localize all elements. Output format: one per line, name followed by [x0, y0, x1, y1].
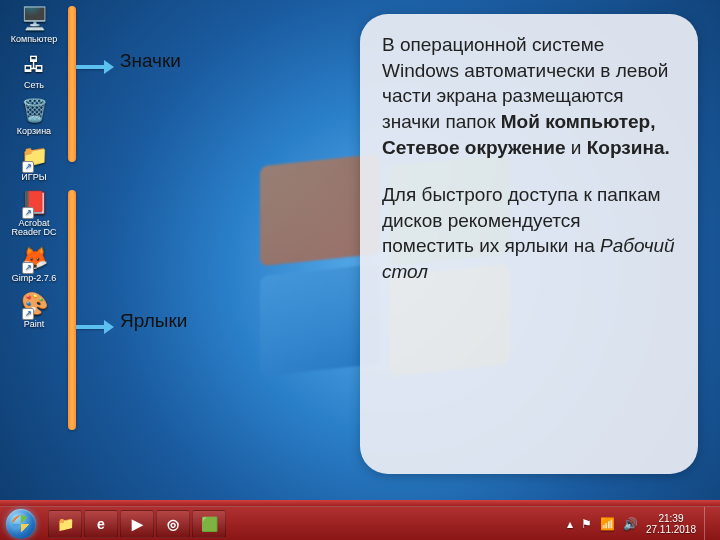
desktop-icon-acrobat[interactable]: 📕Acrobat Reader DC — [6, 188, 62, 237]
label-icons: Значки — [120, 50, 181, 72]
gimp-icon: 🦊 — [17, 243, 51, 273]
desktop-icon-recycle[interactable]: 🗑️Корзина — [6, 96, 62, 136]
app2-icon: 🟩 — [201, 516, 218, 532]
windows-orb-icon — [6, 509, 36, 539]
arrow-icons — [76, 60, 114, 74]
desktop-icon-label: Gimp-2.7.6 — [12, 274, 57, 283]
taskbar-item-ie[interactable]: e — [84, 510, 118, 538]
paint-icon: 🎨 — [17, 289, 51, 319]
taskbar-item-media[interactable]: ▶ — [120, 510, 154, 538]
computer-icon: 🖥️ — [17, 4, 51, 34]
recycle-icon: 🗑️ — [17, 96, 51, 126]
clock-date: 27.11.2018 — [646, 524, 696, 535]
taskbar-clock[interactable]: 21:39 27.11.2018 — [646, 513, 696, 535]
bracket-icons — [68, 6, 76, 162]
network-icon: 🖧 — [17, 50, 51, 80]
volume-icon[interactable]: 🔊 — [623, 517, 638, 531]
taskbar-pinned-group: 📁e▶◎🟩 — [48, 510, 226, 538]
desktop-icon-label: Сеть — [24, 81, 44, 90]
ie-icon: e — [97, 516, 105, 532]
desktop-icon-network[interactable]: 🖧Сеть — [6, 50, 62, 90]
desktop-icon-games[interactable]: 📁ИГРЫ — [6, 142, 62, 182]
clock-time: 21:39 — [646, 513, 696, 524]
desktop-icon-label: Компьютер — [11, 35, 58, 44]
desktop-icon-label: Acrobat Reader DC — [6, 219, 62, 237]
callout-p2: Для быстрого доступа к папкам дисков рек… — [382, 182, 676, 285]
label-shortcuts: Ярлыки — [120, 310, 187, 332]
callout-p1: В операционной системе Windows автоматич… — [382, 32, 676, 160]
desktop-icon-computer[interactable]: 🖥️Компьютер — [6, 4, 62, 44]
start-button[interactable] — [0, 507, 42, 541]
media-icon: ▶ — [132, 516, 143, 532]
tray-chevron-icon[interactable]: ▴ — [567, 517, 573, 531]
taskbar: 📁e▶◎🟩 ▴ ⚑ 📶 🔊 21:39 27.11.2018 — [0, 506, 720, 540]
acrobat-icon: 📕 — [17, 188, 51, 218]
desktop-icon-column: 🖥️Компьютер🖧Сеть🗑️Корзина📁ИГРЫ📕Acrobat R… — [6, 4, 62, 329]
system-tray: ▴ ⚑ 📶 🔊 21:39 27.11.2018 — [567, 507, 720, 541]
taskbar-item-app1[interactable]: ◎ — [156, 510, 190, 538]
show-desktop-button[interactable] — [704, 507, 714, 541]
desktop-icon-label: Paint — [24, 320, 45, 329]
explorer-icon: 📁 — [57, 516, 74, 532]
taskbar-item-app2[interactable]: 🟩 — [192, 510, 226, 538]
info-callout: В операционной системе Windows автоматич… — [360, 14, 698, 474]
arrow-shortcuts — [76, 320, 114, 334]
desktop-icon-label: ИГРЫ — [21, 173, 46, 182]
desktop-icon-gimp[interactable]: 🦊Gimp-2.7.6 — [6, 243, 62, 283]
bracket-shortcuts — [68, 190, 76, 430]
desktop-icon-label: Корзина — [17, 127, 51, 136]
app1-icon: ◎ — [167, 516, 179, 532]
desktop-icon-paint[interactable]: 🎨Paint — [6, 289, 62, 329]
taskbar-item-explorer[interactable]: 📁 — [48, 510, 82, 538]
action-center-icon[interactable]: ⚑ — [581, 517, 592, 531]
games-icon: 📁 — [17, 142, 51, 172]
network-icon[interactable]: 📶 — [600, 517, 615, 531]
